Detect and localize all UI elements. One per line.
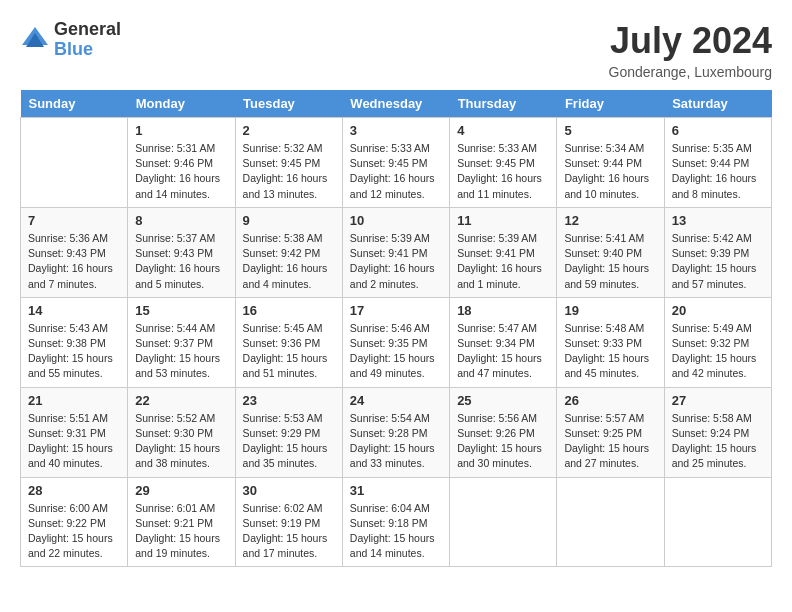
logo-text: General Blue <box>54 20 121 60</box>
day-number: 3 <box>350 123 442 138</box>
calendar-cell: 17Sunrise: 5:46 AMSunset: 9:35 PMDayligh… <box>342 297 449 387</box>
day-info: Sunrise: 5:44 AMSunset: 9:37 PMDaylight:… <box>135 321 227 382</box>
day-info: Sunrise: 5:53 AMSunset: 9:29 PMDaylight:… <box>243 411 335 472</box>
day-number: 1 <box>135 123 227 138</box>
title-area: July 2024 Gonderange, Luxembourg <box>609 20 772 80</box>
day-info: Sunrise: 5:49 AMSunset: 9:32 PMDaylight:… <box>672 321 764 382</box>
day-number: 9 <box>243 213 335 228</box>
calendar-cell <box>450 477 557 567</box>
calendar-table: SundayMondayTuesdayWednesdayThursdayFrid… <box>20 90 772 567</box>
calendar-cell: 30Sunrise: 6:02 AMSunset: 9:19 PMDayligh… <box>235 477 342 567</box>
day-info: Sunrise: 5:32 AMSunset: 9:45 PMDaylight:… <box>243 141 335 202</box>
location-text: Gonderange, Luxembourg <box>609 64 772 80</box>
day-info: Sunrise: 6:00 AMSunset: 9:22 PMDaylight:… <box>28 501 120 562</box>
calendar-cell: 9Sunrise: 5:38 AMSunset: 9:42 PMDaylight… <box>235 207 342 297</box>
page-header: General Blue July 2024 Gonderange, Luxem… <box>20 20 772 80</box>
day-info: Sunrise: 5:38 AMSunset: 9:42 PMDaylight:… <box>243 231 335 292</box>
day-info: Sunrise: 5:48 AMSunset: 9:33 PMDaylight:… <box>564 321 656 382</box>
day-info: Sunrise: 5:43 AMSunset: 9:38 PMDaylight:… <box>28 321 120 382</box>
day-info: Sunrise: 5:35 AMSunset: 9:44 PMDaylight:… <box>672 141 764 202</box>
day-number: 13 <box>672 213 764 228</box>
day-number: 15 <box>135 303 227 318</box>
day-info: Sunrise: 5:57 AMSunset: 9:25 PMDaylight:… <box>564 411 656 472</box>
calendar-cell: 29Sunrise: 6:01 AMSunset: 9:21 PMDayligh… <box>128 477 235 567</box>
day-info: Sunrise: 5:36 AMSunset: 9:43 PMDaylight:… <box>28 231 120 292</box>
calendar-cell: 21Sunrise: 5:51 AMSunset: 9:31 PMDayligh… <box>21 387 128 477</box>
day-info: Sunrise: 5:39 AMSunset: 9:41 PMDaylight:… <box>350 231 442 292</box>
calendar-cell: 16Sunrise: 5:45 AMSunset: 9:36 PMDayligh… <box>235 297 342 387</box>
day-info: Sunrise: 5:54 AMSunset: 9:28 PMDaylight:… <box>350 411 442 472</box>
calendar-cell: 20Sunrise: 5:49 AMSunset: 9:32 PMDayligh… <box>664 297 771 387</box>
calendar-cell: 22Sunrise: 5:52 AMSunset: 9:30 PMDayligh… <box>128 387 235 477</box>
calendar-week-5: 28Sunrise: 6:00 AMSunset: 9:22 PMDayligh… <box>21 477 772 567</box>
day-info: Sunrise: 5:39 AMSunset: 9:41 PMDaylight:… <box>457 231 549 292</box>
calendar-cell: 14Sunrise: 5:43 AMSunset: 9:38 PMDayligh… <box>21 297 128 387</box>
day-number: 6 <box>672 123 764 138</box>
day-info: Sunrise: 5:52 AMSunset: 9:30 PMDaylight:… <box>135 411 227 472</box>
calendar-cell: 27Sunrise: 5:58 AMSunset: 9:24 PMDayligh… <box>664 387 771 477</box>
day-number: 24 <box>350 393 442 408</box>
calendar-cell: 3Sunrise: 5:33 AMSunset: 9:45 PMDaylight… <box>342 118 449 208</box>
day-number: 11 <box>457 213 549 228</box>
day-info: Sunrise: 5:45 AMSunset: 9:36 PMDaylight:… <box>243 321 335 382</box>
day-number: 21 <box>28 393 120 408</box>
day-info: Sunrise: 5:51 AMSunset: 9:31 PMDaylight:… <box>28 411 120 472</box>
calendar-cell: 11Sunrise: 5:39 AMSunset: 9:41 PMDayligh… <box>450 207 557 297</box>
calendar-cell: 18Sunrise: 5:47 AMSunset: 9:34 PMDayligh… <box>450 297 557 387</box>
day-number: 23 <box>243 393 335 408</box>
calendar-cell: 7Sunrise: 5:36 AMSunset: 9:43 PMDaylight… <box>21 207 128 297</box>
calendar-cell: 10Sunrise: 5:39 AMSunset: 9:41 PMDayligh… <box>342 207 449 297</box>
header-saturday: Saturday <box>664 90 771 118</box>
day-number: 28 <box>28 483 120 498</box>
calendar-cell: 12Sunrise: 5:41 AMSunset: 9:40 PMDayligh… <box>557 207 664 297</box>
day-info: Sunrise: 5:47 AMSunset: 9:34 PMDaylight:… <box>457 321 549 382</box>
day-info: Sunrise: 5:37 AMSunset: 9:43 PMDaylight:… <box>135 231 227 292</box>
day-number: 18 <box>457 303 549 318</box>
day-info: Sunrise: 5:41 AMSunset: 9:40 PMDaylight:… <box>564 231 656 292</box>
calendar-cell: 19Sunrise: 5:48 AMSunset: 9:33 PMDayligh… <box>557 297 664 387</box>
calendar-cell: 2Sunrise: 5:32 AMSunset: 9:45 PMDaylight… <box>235 118 342 208</box>
day-number: 30 <box>243 483 335 498</box>
day-number: 12 <box>564 213 656 228</box>
calendar-cell <box>21 118 128 208</box>
day-number: 2 <box>243 123 335 138</box>
header-wednesday: Wednesday <box>342 90 449 118</box>
day-info: Sunrise: 5:31 AMSunset: 9:46 PMDaylight:… <box>135 141 227 202</box>
calendar-cell: 5Sunrise: 5:34 AMSunset: 9:44 PMDaylight… <box>557 118 664 208</box>
day-info: Sunrise: 6:01 AMSunset: 9:21 PMDaylight:… <box>135 501 227 562</box>
day-number: 5 <box>564 123 656 138</box>
day-number: 25 <box>457 393 549 408</box>
day-number: 17 <box>350 303 442 318</box>
header-sunday: Sunday <box>21 90 128 118</box>
day-info: Sunrise: 5:58 AMSunset: 9:24 PMDaylight:… <box>672 411 764 472</box>
calendar-cell: 26Sunrise: 5:57 AMSunset: 9:25 PMDayligh… <box>557 387 664 477</box>
day-number: 14 <box>28 303 120 318</box>
logo-general-text: General <box>54 20 121 40</box>
day-number: 22 <box>135 393 227 408</box>
day-info: Sunrise: 5:56 AMSunset: 9:26 PMDaylight:… <box>457 411 549 472</box>
day-number: 4 <box>457 123 549 138</box>
day-number: 16 <box>243 303 335 318</box>
calendar-cell: 13Sunrise: 5:42 AMSunset: 9:39 PMDayligh… <box>664 207 771 297</box>
header-tuesday: Tuesday <box>235 90 342 118</box>
day-number: 27 <box>672 393 764 408</box>
calendar-cell: 24Sunrise: 5:54 AMSunset: 9:28 PMDayligh… <box>342 387 449 477</box>
header-friday: Friday <box>557 90 664 118</box>
logo-icon <box>20 25 50 55</box>
header-monday: Monday <box>128 90 235 118</box>
day-info: Sunrise: 6:02 AMSunset: 9:19 PMDaylight:… <box>243 501 335 562</box>
calendar-week-3: 14Sunrise: 5:43 AMSunset: 9:38 PMDayligh… <box>21 297 772 387</box>
calendar-cell <box>557 477 664 567</box>
day-info: Sunrise: 5:42 AMSunset: 9:39 PMDaylight:… <box>672 231 764 292</box>
day-info: Sunrise: 5:34 AMSunset: 9:44 PMDaylight:… <box>564 141 656 202</box>
calendar-cell: 1Sunrise: 5:31 AMSunset: 9:46 PMDaylight… <box>128 118 235 208</box>
calendar-week-1: 1Sunrise: 5:31 AMSunset: 9:46 PMDaylight… <box>21 118 772 208</box>
day-number: 29 <box>135 483 227 498</box>
calendar-cell: 31Sunrise: 6:04 AMSunset: 9:18 PMDayligh… <box>342 477 449 567</box>
calendar-cell: 6Sunrise: 5:35 AMSunset: 9:44 PMDaylight… <box>664 118 771 208</box>
day-number: 26 <box>564 393 656 408</box>
day-info: Sunrise: 5:46 AMSunset: 9:35 PMDaylight:… <box>350 321 442 382</box>
day-info: Sunrise: 6:04 AMSunset: 9:18 PMDaylight:… <box>350 501 442 562</box>
logo-blue-text: Blue <box>54 40 121 60</box>
day-number: 10 <box>350 213 442 228</box>
